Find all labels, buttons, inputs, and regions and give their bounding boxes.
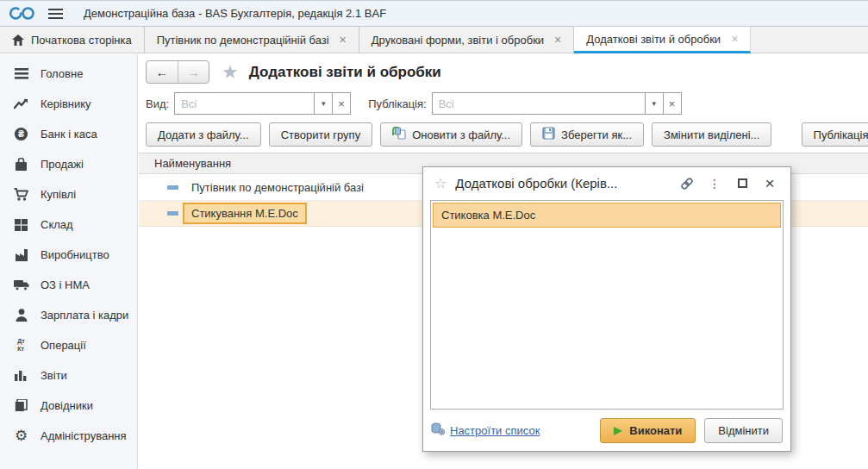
tab-additional-reports[interactable]: Додаткові звіти й обробки × bbox=[574, 27, 751, 53]
dialog-favorite-star-icon[interactable]: ☆ bbox=[434, 175, 446, 191]
dtkt-icon: ДтКт bbox=[13, 337, 29, 353]
sidebar-item-zvity[interactable]: Звіти bbox=[0, 360, 137, 391]
publication-dropdown-button[interactable]: ▾ bbox=[646, 92, 664, 115]
sidebar-item-label: Звіти bbox=[41, 369, 67, 382]
publication-menu-button[interactable]: Публікація ▾ bbox=[802, 122, 868, 147]
navigation-row: ← → ★ Додаткові звіти й обробки bbox=[146, 60, 441, 84]
app-title: Демонстраційна база - BAS Бухгалтерія, р… bbox=[84, 7, 386, 20]
sidebar-item-kupivli[interactable]: Купівлі bbox=[0, 179, 137, 209]
tab-label: Початкова сторінка bbox=[31, 34, 132, 47]
person-icon bbox=[13, 307, 29, 323]
sidebar-item-operatsii[interactable]: ДтКт Операції bbox=[0, 330, 137, 360]
tab-home[interactable]: Початкова сторінка bbox=[0, 27, 145, 53]
bag-icon bbox=[13, 156, 29, 172]
book-icon bbox=[13, 397, 29, 414]
app-logo-icon bbox=[9, 6, 34, 21]
forward-button[interactable]: → bbox=[178, 61, 209, 83]
main-menu-button[interactable] bbox=[48, 9, 63, 19]
change-selected-button[interactable]: Змінити виділені... bbox=[652, 122, 771, 147]
menu-lines-icon bbox=[13, 66, 29, 82]
sidebar-item-label: Склад bbox=[41, 218, 73, 231]
tab-label: Додаткові звіти й обробки bbox=[586, 33, 721, 46]
sidebar: Головне Керівнику ₴ Банк і каса Продажі … bbox=[0, 54, 138, 469]
configure-list-link[interactable]: Настроїти список bbox=[431, 422, 540, 438]
add-from-file-button[interactable]: Додати з файлу... bbox=[146, 122, 261, 147]
sidebar-item-oz-nma[interactable]: ОЗ і НМА bbox=[0, 270, 137, 300]
sidebar-item-label: Зарплата і кадри bbox=[41, 309, 128, 322]
cancel-button[interactable]: Відмінити bbox=[704, 418, 783, 443]
create-group-button[interactable]: Створити групу bbox=[269, 122, 373, 147]
tab-bar: Початкова сторінка Путівник по демонстра… bbox=[0, 27, 868, 53]
favorite-star-icon[interactable]: ★ bbox=[222, 61, 239, 84]
maximize-icon[interactable] bbox=[733, 174, 752, 193]
dialog-title: Додаткові обробки (Керів... bbox=[455, 176, 669, 191]
list-item-selected[interactable]: Стиковка M.E.Doc bbox=[433, 203, 781, 228]
processing-item-icon bbox=[167, 185, 178, 190]
coin-icon: ₴ bbox=[13, 126, 29, 142]
publication-filter-label: Публікація: bbox=[368, 97, 427, 110]
trend-icon bbox=[13, 96, 29, 112]
configure-list-icon bbox=[431, 422, 445, 438]
dialog-title-bar: ☆ Додаткові обробки (Керів... ⋮ × bbox=[423, 167, 790, 199]
sidebar-item-label: Купівлі bbox=[41, 188, 76, 201]
update-from-file-button[interactable]: Оновити з файлу... bbox=[380, 122, 522, 147]
publication-filter-input[interactable] bbox=[432, 92, 646, 115]
dialog-footer: Настроїти список ▶ Виконати Відмінити bbox=[431, 417, 783, 443]
tab-guide[interactable]: Путівник по демонстраційній базі × bbox=[145, 27, 359, 53]
sidebar-item-bank-kasa[interactable]: ₴ Банк і каса bbox=[0, 119, 137, 149]
more-menu-icon[interactable]: ⋮ bbox=[705, 174, 724, 193]
additional-processings-dialog: ☆ Додаткові обробки (Керів... ⋮ × Стиков… bbox=[422, 166, 791, 452]
processing-item-icon bbox=[167, 211, 178, 216]
sidebar-item-vyrobnytstvo[interactable]: Виробництво bbox=[0, 240, 137, 270]
sidebar-item-label: Керівнику bbox=[41, 97, 91, 110]
vid-clear-button[interactable]: × bbox=[333, 92, 351, 115]
tab-printed-forms[interactable]: Друковані форми, звіти і обробки × bbox=[359, 27, 575, 53]
truck-icon bbox=[13, 277, 29, 293]
save-as-button[interactable]: Зберегти як... bbox=[530, 122, 644, 147]
sidebar-item-label: Довідники bbox=[41, 399, 93, 412]
tab-close-icon[interactable]: × bbox=[340, 33, 347, 47]
page-title: Додаткові звіти й обробки bbox=[249, 64, 441, 81]
get-link-icon[interactable] bbox=[678, 174, 696, 193]
sidebar-item-dovidnyky[interactable]: Довідники bbox=[0, 391, 137, 421]
filter-row: Вид: ▾ × Публікація: ▾ × bbox=[146, 92, 682, 115]
gear-icon: ⚙ bbox=[13, 428, 29, 444]
application-window: Демонстраційна база - BAS Бухгалтерія, р… bbox=[0, 0, 868, 469]
svg-text:₴: ₴ bbox=[18, 128, 24, 139]
tab-close-icon[interactable]: × bbox=[554, 33, 561, 47]
sidebar-item-label: Адміністрування bbox=[41, 429, 127, 442]
tab-close-icon[interactable]: × bbox=[731, 32, 738, 46]
back-button[interactable]: ← bbox=[147, 61, 178, 83]
table-header-label: Найменування bbox=[154, 157, 231, 170]
sidebar-item-label: Головне bbox=[41, 67, 83, 80]
toolbar: Додати з файлу... Створити групу Оновити… bbox=[146, 122, 868, 147]
cart-icon bbox=[13, 186, 29, 203]
run-button[interactable]: ▶ Виконати bbox=[600, 418, 696, 443]
vid-filter-label: Вид: bbox=[146, 97, 169, 110]
sidebar-item-label: Операції bbox=[41, 339, 86, 352]
publication-filter: ▾ × bbox=[432, 92, 682, 115]
dialog-close-icon[interactable]: × bbox=[760, 174, 779, 193]
sidebar-item-label: Банк і каса bbox=[41, 128, 97, 141]
sidebar-item-holovne[interactable]: Головне bbox=[0, 59, 137, 89]
grid-icon bbox=[13, 216, 29, 233]
publication-clear-button[interactable]: × bbox=[664, 92, 682, 115]
play-icon: ▶ bbox=[614, 424, 621, 436]
sidebar-item-label: Продажі bbox=[41, 158, 84, 171]
history-buttons: ← → bbox=[146, 60, 209, 84]
chart-icon bbox=[13, 367, 29, 384]
list-item-label: Стиковка M.E.Doc bbox=[441, 209, 535, 222]
sidebar-item-prodazhi[interactable]: Продажі bbox=[0, 149, 137, 179]
sidebar-item-zarplata[interactable]: Зарплата і кадри bbox=[0, 300, 137, 330]
sidebar-item-administruvannia[interactable]: ⚙ Адміністрування bbox=[0, 421, 137, 451]
sidebar-item-label: ОЗ і НМА bbox=[41, 278, 90, 291]
vid-filter-input[interactable] bbox=[174, 92, 315, 115]
sidebar-item-sklad[interactable]: Склад bbox=[0, 209, 137, 240]
sidebar-item-kerivnyku[interactable]: Керівнику bbox=[0, 89, 137, 119]
vid-dropdown-button[interactable]: ▾ bbox=[315, 92, 333, 115]
selected-cell[interactable]: Стикування M.E.Doc bbox=[183, 203, 307, 224]
update-from-file-icon bbox=[392, 127, 406, 142]
configure-list-label[interactable]: Настроїти список bbox=[450, 424, 540, 437]
dialog-processing-list[interactable]: Стиковка M.E.Doc bbox=[430, 200, 784, 410]
factory-icon bbox=[13, 247, 29, 263]
